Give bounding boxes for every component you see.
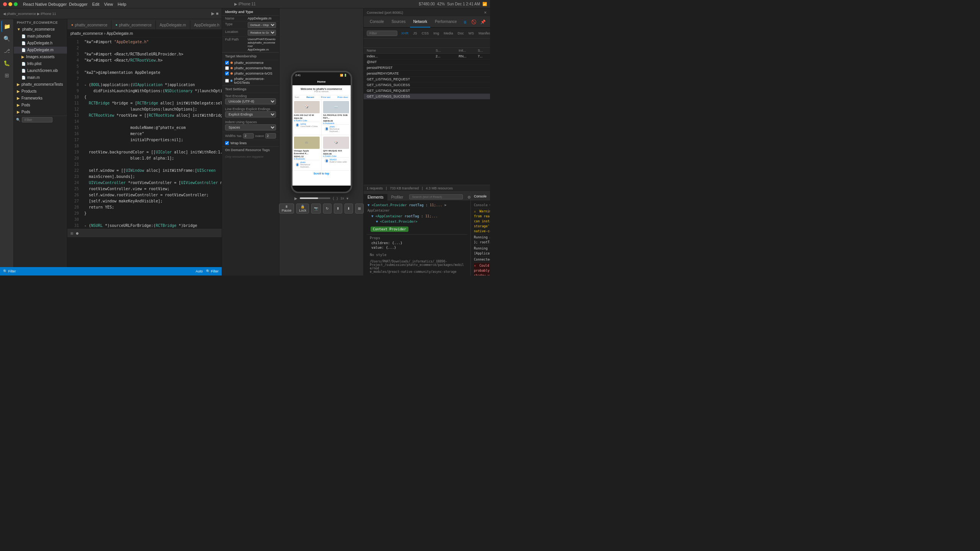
network-filter-input[interactable] <box>367 31 397 36</box>
profiler-tab[interactable]: Profiler <box>387 194 407 201</box>
filter-doc[interactable]: Doc <box>456 31 466 36</box>
product-1[interactable]: 🎲 GAN 249 2x2 V2 M S$24.59 in Rubik's Cu… <box>292 99 322 135</box>
preserve-log-icon[interactable]: 📌 <box>480 19 487 26</box>
filter-media[interactable]: Media <box>442 31 455 36</box>
encoding-select[interactable]: Unicode (UTF-8) <box>225 98 276 104</box>
menu-edit[interactable]: Edit <box>92 2 100 7</box>
fullscreen-button[interactable] <box>14 2 18 6</box>
close-button[interactable] <box>3 2 7 6</box>
terminal-expand[interactable]: ⊞ <box>70 231 74 235</box>
product-2[interactable]: ⌨️ SA PROFILE DYE SUB KEY... S$849.05 in… <box>322 99 351 135</box>
lock-button[interactable]: 🔒 Lock <box>296 204 309 214</box>
sort-desc[interactable]: Price desc <box>337 96 348 98</box>
product-4[interactable]: 🎲 QIYI WUQUE 4X4 S$30.06 in Rubik's Cube… <box>322 135 351 170</box>
network-row-persist[interactable]: persist/PERSIST -30:06.90 <box>364 65 490 71</box>
file-appdelegatem[interactable]: 📄 AppDelegate.m <box>14 47 67 54</box>
tab-3[interactable]: AppDelegate.h <box>190 20 222 29</box>
filter-input[interactable] <box>22 117 52 122</box>
folder-pods1[interactable]: ▶ Pods <box>14 102 67 109</box>
speed-dropdown[interactable]: ▾ <box>346 196 348 201</box>
extensions-button[interactable]: ⊞ <box>1 70 13 81</box>
folder-pods2[interactable]: ▶ Pods <box>14 109 67 116</box>
console-msg-2[interactable]: Running "phattv_ecommerce" with infoLog.… <box>474 246 490 257</box>
folder-products[interactable]: ▶ Products <box>14 88 67 95</box>
tab-performance[interactable]: Performance <box>432 17 460 28</box>
folder-frameworks[interactable]: ▶ Frameworks <box>14 95 67 102</box>
terminal-tab[interactable]: ⊕ <box>76 231 79 235</box>
play-button[interactable]: ▶ <box>211 11 214 16</box>
lineendings-select[interactable]: Explicit Endings <box>225 111 276 117</box>
pause-icon[interactable]: ⏸ <box>461 19 468 26</box>
rotate-button[interactable]: ↻ <box>323 204 332 214</box>
filter-manifest[interactable]: Manifest <box>477 31 490 36</box>
disable-cache-icon[interactable]: 💾 <box>489 19 490 26</box>
console-msg-1[interactable]: Running application phattv_ecommerce ({ … <box>474 235 490 246</box>
file-mainm[interactable]: 📄 main.m <box>14 74 67 81</box>
more-button[interactable]: ⊞ <box>355 204 364 214</box>
minimize-button[interactable] <box>8 2 12 6</box>
filter-ws[interactable]: WS <box>467 31 476 36</box>
files-button[interactable]: 📁 <box>1 21 13 32</box>
git-button[interactable]: ⎇ <box>1 45 13 57</box>
scroll-to-top[interactable]: Scroll to top <box>292 170 351 176</box>
prev-control[interactable]: ⟨ <box>333 196 334 201</box>
indent-select[interactable]: Spaces <box>225 124 276 130</box>
menu-view[interactable]: View <box>104 2 113 7</box>
tab-2[interactable]: AppDelegate.m <box>156 20 190 29</box>
folder-phattv[interactable]: ▼ phattv_ecommerce <box>14 26 67 33</box>
console-msg-0[interactable]: ⚠ Warning: AsyncStorage has been Excepti… <box>474 209 490 235</box>
speed-control[interactable]: 1x <box>340 196 344 200</box>
folder-tests[interactable]: ▶ phattv_ecommerceTests <box>14 81 67 88</box>
target-2-checkbox[interactable] <box>225 66 229 70</box>
scheme-selector[interactable]: ◀ phattv_ecommerce ▶ iPhone 11 <box>3 12 56 16</box>
tab-0[interactable]: ● phattv_ecommerce <box>67 20 111 29</box>
folder-images[interactable]: ▶ Images.xcassets <box>14 54 67 60</box>
menu-debugger[interactable]: Debugger <box>69 2 87 7</box>
debug-button[interactable]: 🐛 <box>1 57 13 69</box>
console-msg-4[interactable]: ✕ Could not locate shadow view with tag … <box>474 263 490 276</box>
network-row-get-suc2[interactable]: GET_LISTINGS_SUCCESS -30:06.23 <box>364 94 490 99</box>
indent-width-input[interactable] <box>265 133 276 139</box>
location-select[interactable]: Relative to Group <box>248 30 276 36</box>
elements-search-input[interactable] <box>409 194 463 199</box>
file-appdelegateh[interactable]: 📄 AppDelegate.h <box>14 40 67 47</box>
code-view[interactable]: 1234567891011121314151617181920212223242… <box>67 37 222 229</box>
pause-button[interactable]: ⏸ Pause <box>279 204 294 214</box>
product-3[interactable]: 🖮 Vintage Apple Extended K... S$341.12 i… <box>292 135 322 170</box>
filter-xhr[interactable]: XHR <box>400 31 410 36</box>
filter-js[interactable]: JS <box>412 31 419 36</box>
clear-icon[interactable]: 🚫 <box>470 19 477 26</box>
filter-img[interactable]: Img <box>432 31 441 36</box>
network-row-rehydrate[interactable]: persist/REHYDRATE -30:05.56 <box>364 71 490 77</box>
tab-sources[interactable]: Sources <box>389 17 409 28</box>
el-line-3[interactable]: ▼ <Context.Provider> <box>367 219 467 224</box>
el-line-2[interactable]: ▼ <AppContainer rootTag : 11;... <box>367 214 467 219</box>
file-jsbundle[interactable]: 📄 main.jsbundle <box>14 33 67 40</box>
target-3-checkbox[interactable] <box>225 72 229 75</box>
tab-width-input[interactable] <box>243 133 254 139</box>
sort-asc[interactable]: Price asc <box>321 96 331 98</box>
file-launchscreen[interactable]: 📄 LaunchScreen.xib <box>14 67 67 74</box>
target-4-checkbox[interactable] <box>225 79 229 83</box>
search-button[interactable]: 🔍 <box>1 33 13 44</box>
target-1-checkbox[interactable] <box>225 61 229 65</box>
progress-bar[interactable] <box>300 197 330 199</box>
devtools-close[interactable]: ✕ <box>484 11 487 15</box>
shake-button[interactable]: ⬆ <box>334 204 342 214</box>
filter-css[interactable]: CSS <box>420 31 431 36</box>
tab-1[interactable]: ● phattv_ecommerce <box>111 20 155 29</box>
network-row-init[interactable]: @INIT 2:41:05.90 <box>364 59 490 65</box>
tab-console[interactable]: Console <box>367 17 387 28</box>
home-button[interactable]: ⬇ <box>345 204 353 214</box>
el-line-1[interactable]: ▼ <Context.Provider rootTag : 11;... > A… <box>367 202 467 214</box>
network-row-get-req1[interactable]: GET_LISTINGS_REQUEST -30:06.21 <box>364 77 490 82</box>
type-select[interactable]: Default - Objective-C Sou... <box>248 22 276 28</box>
sort-recent[interactable]: Recent <box>306 96 314 98</box>
wrap-lines-checkbox[interactable] <box>225 141 229 145</box>
network-row-0[interactable]: index... 2... RN... 7... 2... <box>364 54 490 59</box>
screenshot-button[interactable]: 📷 <box>311 204 321 214</box>
console-msg-3[interactable]: Connected <box>474 257 490 263</box>
stop-button[interactable]: ■ <box>216 11 219 16</box>
next-control[interactable]: ⟩ <box>336 196 338 201</box>
play-control[interactable]: ▶ <box>294 196 297 201</box>
